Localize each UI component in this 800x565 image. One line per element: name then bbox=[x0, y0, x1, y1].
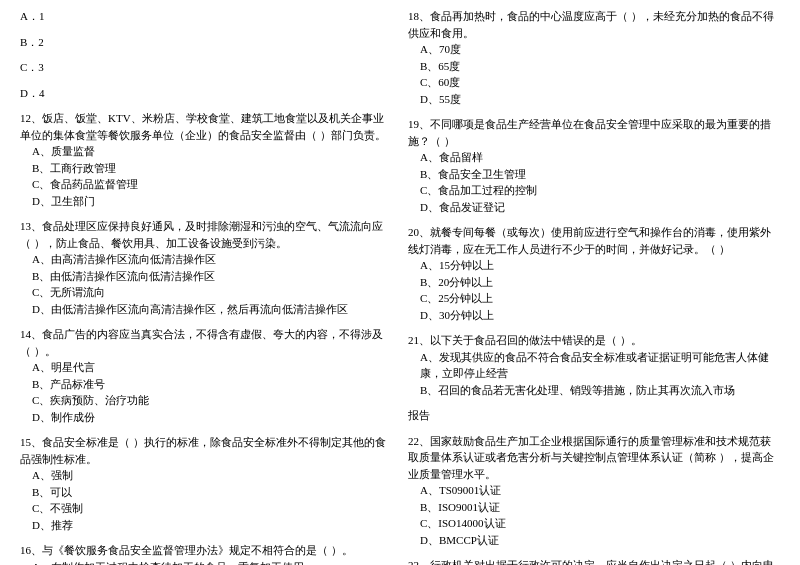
option-text: D、由低清洁操作区流向高清洁操作区，然后再流向低清洁操作区 bbox=[20, 301, 392, 318]
option-text: B、20分钟以上 bbox=[408, 274, 780, 291]
option-text: C、25分钟以上 bbox=[408, 290, 780, 307]
question-text: 12、饭店、饭堂、KTV、米粉店、学校食堂、建筑工地食堂以及机关企事业单位的集体… bbox=[20, 110, 392, 143]
question-block: 16、与《餐饮服务食品安全监督管理办法》规定不相符合的是（ ）。A、在制作加工过… bbox=[20, 542, 392, 565]
question-block: 12、饭店、饭堂、KTV、米粉店、学校食堂、建筑工地食堂以及机关企事业单位的集体… bbox=[20, 110, 392, 209]
question-text: D．4 bbox=[20, 85, 392, 102]
option-text: B、产品标准号 bbox=[20, 376, 392, 393]
option-text: C、无所谓流向 bbox=[20, 284, 392, 301]
question-text: 19、不同哪项是食品生产经营单位在食品安全管理中应采取的最为重要的措施？（ ） bbox=[408, 116, 780, 149]
question-text: 13、食品处理区应保持良好通风，及时排除潮湿和污浊的空气、气流流向应（ ），防止… bbox=[20, 218, 392, 251]
option-text: A、强制 bbox=[20, 467, 392, 484]
option-text: A、TS09001认证 bbox=[408, 482, 780, 499]
option-text: A、在制作加工过程中检查待加工的食品，重复加工使用 bbox=[20, 559, 392, 566]
option-text: A、15分钟以上 bbox=[408, 257, 780, 274]
right-column: 18、食品再加热时，食品的中心温度应高于（ ），未经充分加热的食品不得供应和食用… bbox=[408, 8, 780, 565]
question-text: A．1 bbox=[20, 8, 392, 25]
option-text: D、制作成份 bbox=[20, 409, 392, 426]
page-container: A．1B．2C．3D．412、饭店、饭堂、KTV、米粉店、学校食堂、建筑工地食堂… bbox=[20, 8, 780, 565]
question-block: 22、国家鼓励食品生产加工企业根据国际通行的质量管理标准和技术规范获取质量体系认… bbox=[408, 433, 780, 549]
question-text: C．3 bbox=[20, 59, 392, 76]
option-text: A、发现其供应的食品不符合食品安全标准或者证据证明可能危害人体健康，立即停止经营 bbox=[408, 349, 780, 382]
question-text: 报告 bbox=[408, 407, 780, 424]
question-text: 15、食品安全标准是（ ）执行的标准，除食品安全标准外不得制定其他的食品强制性标… bbox=[20, 434, 392, 467]
option-text: B、工商行政管理 bbox=[20, 160, 392, 177]
option-text: D、食品发证登记 bbox=[408, 199, 780, 216]
option-text: C、疾病预防、治疗功能 bbox=[20, 392, 392, 409]
option-text: B、食品安全卫生管理 bbox=[408, 166, 780, 183]
question-text: 16、与《餐饮服务食品安全监督管理办法》规定不相符合的是（ ）。 bbox=[20, 542, 392, 559]
question-block: C．3 bbox=[20, 59, 392, 76]
option-text: A、质量监督 bbox=[20, 143, 392, 160]
option-text: D、推荐 bbox=[20, 517, 392, 534]
question-block: 18、食品再加热时，食品的中心温度应高于（ ），未经充分加热的食品不得供应和食用… bbox=[408, 8, 780, 107]
question-block: A．1 bbox=[20, 8, 392, 25]
main-columns: A．1B．2C．3D．412、饭店、饭堂、KTV、米粉店、学校食堂、建筑工地食堂… bbox=[20, 8, 780, 565]
question-block: 23、行政机关对出据于行政许可的决定，应当自作出决定之日起（ ）内向申请人颁发、… bbox=[408, 557, 780, 565]
option-text: B、ISO9001认证 bbox=[408, 499, 780, 516]
option-text: A、明星代言 bbox=[20, 359, 392, 376]
question-text: B．2 bbox=[20, 34, 392, 51]
question-text: 18、食品再加热时，食品的中心温度应高于（ ），未经充分加热的食品不得供应和食用… bbox=[408, 8, 780, 41]
option-text: C、ISO14000认证 bbox=[408, 515, 780, 532]
option-text: A、由高清洁操作区流向低清洁操作区 bbox=[20, 251, 392, 268]
option-text: B、召回的食品若无害化处理、销毁等措施，防止其再次流入市场 bbox=[408, 382, 780, 399]
option-text: C、食品药品监督管理 bbox=[20, 176, 392, 193]
question-block: 19、不同哪项是食品生产经营单位在食品安全管理中应采取的最为重要的措施？（ ）A… bbox=[408, 116, 780, 215]
option-text: C、60度 bbox=[408, 74, 780, 91]
left-column: A．1B．2C．3D．412、饭店、饭堂、KTV、米粉店、学校食堂、建筑工地食堂… bbox=[20, 8, 392, 565]
question-text: 22、国家鼓励食品生产加工企业根据国际通行的质量管理标准和技术规范获取质量体系认… bbox=[408, 433, 780, 483]
option-text: B、可以 bbox=[20, 484, 392, 501]
question-text: 21、以下关于食品召回的做法中错误的是（ ）。 bbox=[408, 332, 780, 349]
option-text: C、食品加工过程的控制 bbox=[408, 182, 780, 199]
question-text: 14、食品广告的内容应当真实合法，不得含有虚假、夸大的内容，不得涉及（ ）。 bbox=[20, 326, 392, 359]
option-text: A、食品留样 bbox=[408, 149, 780, 166]
option-text: A、70度 bbox=[408, 41, 780, 58]
option-text: B、由低清洁操作区流向低清洁操作区 bbox=[20, 268, 392, 285]
option-text: D、55度 bbox=[408, 91, 780, 108]
question-block: 20、就餐专间每餐（或每次）使用前应进行空气和操作台的消毒，使用紫外线灯消毒，应… bbox=[408, 224, 780, 323]
question-block: 21、以下关于食品召回的做法中错误的是（ ）。A、发现其供应的食品不符合食品安全… bbox=[408, 332, 780, 398]
question-block: D．4 bbox=[20, 85, 392, 102]
question-block: 14、食品广告的内容应当真实合法，不得含有虚假、夸大的内容，不得涉及（ ）。A、… bbox=[20, 326, 392, 425]
question-block: B．2 bbox=[20, 34, 392, 51]
option-text: D、BMCCP认证 bbox=[408, 532, 780, 549]
question-text: 23、行政机关对出据于行政许可的决定，应当自作出决定之日起（ ）内向申请人颁发、… bbox=[408, 557, 780, 565]
option-text: D、30分钟以上 bbox=[408, 307, 780, 324]
option-text: B、65度 bbox=[408, 58, 780, 75]
question-block: 报告 bbox=[408, 407, 780, 424]
option-text: D、卫生部门 bbox=[20, 193, 392, 210]
option-text: C、不强制 bbox=[20, 500, 392, 517]
question-text: 20、就餐专间每餐（或每次）使用前应进行空气和操作台的消毒，使用紫外线灯消毒，应… bbox=[408, 224, 780, 257]
question-block: 13、食品处理区应保持良好通风，及时排除潮湿和污浊的空气、气流流向应（ ），防止… bbox=[20, 218, 392, 317]
question-block: 15、食品安全标准是（ ）执行的标准，除食品安全标准外不得制定其他的食品强制性标… bbox=[20, 434, 392, 533]
